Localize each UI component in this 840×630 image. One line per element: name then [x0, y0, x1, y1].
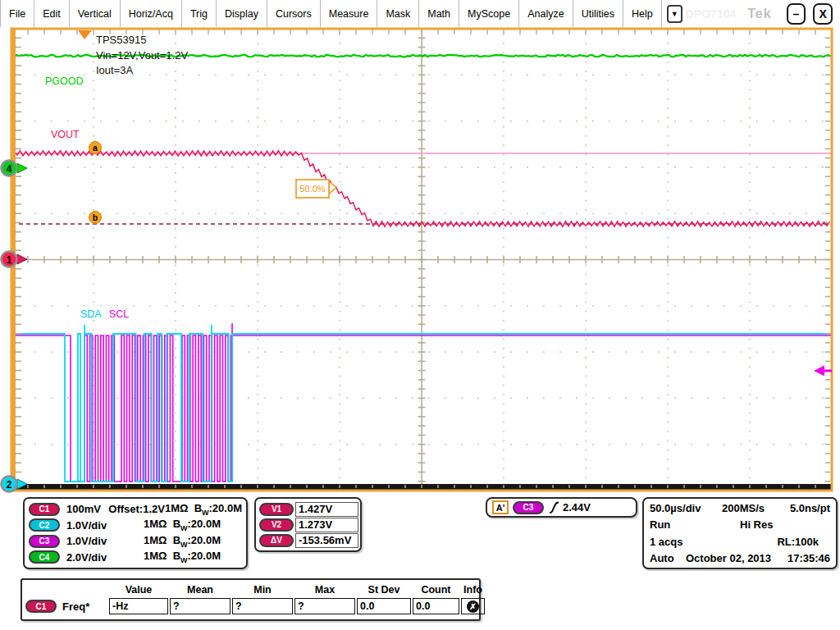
channel-row-c1: C1 100mV Offset:1.2V 1MΩ BW:20.0M — [29, 502, 242, 517]
acquisition-count: 1 acqs — [650, 536, 777, 548]
header-stdev: St Dev — [357, 582, 411, 598]
cursor-dv-row: ΔV -153.56mV — [259, 533, 358, 548]
timebase-panel: 50.0µs/div 200MS/s 5.0ns/pt Run Hi Res 1… — [642, 497, 838, 569]
menu-horiz-acq[interactable]: Horiz/Acq — [121, 0, 182, 27]
tek-logo: Tek — [747, 7, 771, 21]
menu-edit[interactable]: Edit — [34, 0, 70, 27]
meas-info[interactable]: ✗ — [461, 598, 485, 614]
channel-c2-button[interactable]: C2 — [29, 518, 60, 532]
cursor-v2-row: V2 1.273V — [259, 518, 358, 532]
chevron-down-icon: ▼ — [671, 10, 678, 18]
sample-resolution: 5.0ns/pt — [790, 502, 830, 514]
svg-text:2: 2 — [7, 479, 12, 491]
trigger-aux-indicator: A' — [492, 500, 509, 514]
c1-offset: Offset:1.2V — [108, 503, 165, 515]
close-button[interactable]: X — [813, 3, 833, 25]
header-count: Count — [413, 582, 459, 598]
timebase-scale: 50.0µs/div — [650, 502, 722, 514]
channel-c4-button[interactable]: C4 — [29, 550, 60, 564]
channel-c1-button[interactable]: C1 — [29, 503, 60, 516]
time-label: 17:35:46 — [788, 552, 830, 564]
menu-trig[interactable]: Trig — [182, 0, 217, 27]
label-scl: SCL — [109, 308, 129, 320]
minimize-button[interactable]: – — [787, 3, 806, 25]
header-info: Info — [461, 582, 485, 598]
cursor-a-handle[interactable]: a — [89, 142, 102, 154]
menu-bar: File Edit Vertical Horiz/Acq Trig Displa… — [0, 0, 662, 27]
meas-stdev: 0.0 — [357, 598, 411, 614]
measurement-row: C1Freq* -Hz ? ? ? 0.0 0.0 ✗ — [25, 598, 476, 614]
header-min: Min — [232, 582, 293, 598]
sample-rate: 200MS/s — [722, 502, 790, 514]
svg-text:b: b — [93, 212, 98, 222]
trigger-position-marker[interactable] — [78, 30, 92, 39]
rising-edge-icon — [549, 501, 559, 514]
cursor-dv-button[interactable]: ΔV — [259, 534, 294, 547]
trigger-source-button[interactable]: C3 — [513, 501, 544, 514]
header-value: Value — [109, 582, 168, 598]
cursor-v1-row: V1 1.427V — [259, 502, 358, 517]
annotation-conditions: Vin=12V,Vout=1.2V — [96, 49, 188, 62]
channel-4-marker[interactable]: 4 — [2, 161, 28, 176]
c2-impedance-bw: 1MΩ BW:20.0M — [144, 518, 221, 532]
cursor-b-handle[interactable]: b — [89, 212, 102, 224]
menu-file[interactable]: File — [0, 0, 34, 27]
menu-help[interactable]: Help — [623, 0, 662, 27]
title-bar: File Edit Vertical Horiz/Acq Trig Displa… — [0, 0, 840, 27]
channel-row-c3: C3 1.0V/div 1MΩ BW:20.0M — [29, 534, 242, 549]
svg-text:4: 4 — [7, 163, 12, 175]
meas-max: ? — [294, 598, 355, 614]
label-sda: SDA — [80, 308, 102, 320]
meas-count: 0.0 — [413, 598, 459, 614]
menu-cursors[interactable]: Cursors — [267, 0, 321, 27]
trace-vout-ch1 — [11, 151, 830, 226]
annotation-part-number: TPS53915 — [96, 34, 146, 46]
c4-impedance-bw: 1MΩ BW:20.0M — [144, 550, 221, 564]
menu-math[interactable]: Math — [419, 0, 459, 27]
trigger-level-arrow[interactable] — [814, 366, 832, 377]
c1-scale: 100mV — [66, 503, 108, 515]
label-vout: VOUT — [51, 129, 80, 140]
header-max: Max — [294, 582, 355, 598]
measurement-header-row: Value Mean Min Max St Dev Count Info — [25, 582, 476, 598]
menu-myscope[interactable]: MyScope — [459, 0, 519, 27]
menu-utilities[interactable]: Utilities — [573, 0, 623, 27]
record-length: RL:100k — [777, 536, 819, 548]
menu-vertical[interactable]: Vertical — [70, 0, 121, 27]
c4-scale: 2.0V/div — [66, 551, 126, 564]
trigger-level-value: 2.44V — [563, 501, 591, 514]
svg-text:1: 1 — [7, 254, 12, 266]
channel-1-marker[interactable]: 1 — [2, 252, 28, 267]
menu-overflow-button[interactable]: ▼ — [667, 5, 682, 23]
menu-mask[interactable]: Mask — [377, 0, 419, 27]
trigger-mode: Auto — [650, 552, 686, 564]
meas-value: -Hz — [109, 598, 168, 614]
acquisition-state: Run — [650, 518, 740, 531]
menu-analyze[interactable]: Analyze — [519, 0, 573, 27]
c3-scale: 1.0V/div — [66, 535, 126, 547]
channel-readout-panel: C1 100mV Offset:1.2V 1MΩ BW:20.0M C2 1.0… — [23, 497, 248, 569]
cursor-v1-value: 1.427V — [295, 502, 358, 517]
meas-mean: ? — [170, 598, 231, 614]
meas-source-button[interactable]: C1 — [25, 600, 57, 613]
fifty-percent-callout: 50.0% — [296, 180, 336, 198]
cursor-v2-value: 1.273V — [295, 518, 358, 532]
no-data-icon: ✗ — [467, 600, 479, 613]
annotation-load: Iout=3A — [96, 64, 134, 76]
cursor-v2-button[interactable]: V2 — [259, 518, 294, 532]
model-number-label: DPO7104 — [686, 7, 736, 21]
channel-row-c4: C4 2.0V/div 1MΩ BW:20.0M — [29, 550, 242, 564]
oscilloscope-screen: 4 1 2 TPS53915 Vin=12V,Vout=1.2V Iout=3A… — [0, 0, 840, 630]
svg-text:50.0%: 50.0% — [299, 184, 325, 194]
channel-c3-button[interactable]: C3 — [29, 535, 60, 548]
c2-scale: 1.0V/div — [66, 519, 126, 532]
cursor-v1-button[interactable]: V1 — [259, 503, 294, 516]
meas-min: ? — [232, 598, 293, 614]
date-label: October 02, 2013 — [686, 552, 788, 564]
channel-row-c2: C2 1.0V/div 1MΩ BW:20.0M — [29, 518, 242, 532]
menu-display[interactable]: Display — [217, 0, 267, 27]
menu-measure[interactable]: Measure — [321, 0, 378, 27]
cursor-dv-value: -153.56mV — [295, 533, 358, 548]
header-mean: Mean — [170, 582, 231, 598]
measurement-table: Value Mean Min Max St Dev Count Info C1F… — [21, 578, 481, 621]
